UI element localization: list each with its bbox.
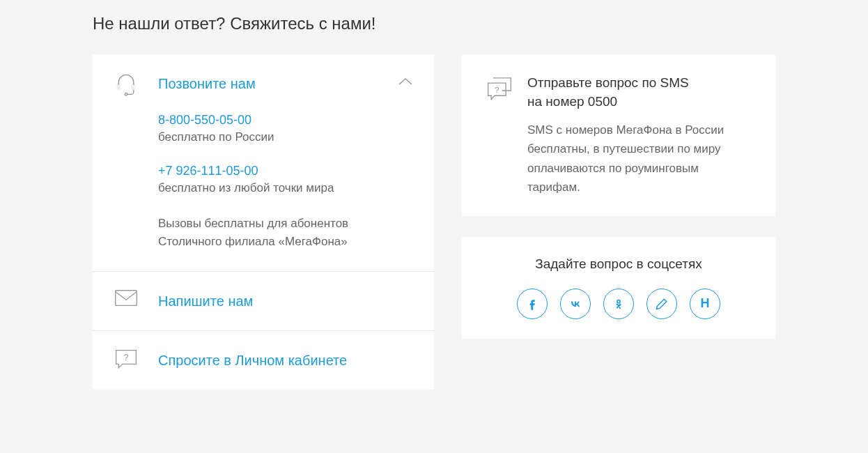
social-card: Задайте вопрос в соцсетях H [462, 237, 775, 339]
social-habr-icon[interactable]: H [690, 289, 720, 319]
social-vk-icon[interactable] [560, 289, 591, 319]
social-ok-icon[interactable] [603, 289, 634, 319]
sms-description: SMS с номеров МегаФона в России бесплатн… [527, 121, 752, 197]
sms-title-line2: на номер 0500 [527, 94, 617, 109]
accordion-body-call: 8-800-550-05-00 бесплатно по России +7 9… [93, 113, 434, 271]
contact-accordion: Позвоните нам 8-800-550-05-00 бесплатно … [93, 54, 434, 390]
accordion-header-write[interactable]: Напишите нам [93, 272, 434, 330]
svg-text:?: ? [495, 85, 499, 95]
page-title: Не нашли ответ? Свяжитесь с нами! [93, 14, 775, 33]
accordion-title-ask: Спросите в Личном кабинете [158, 353, 347, 369]
headset-icon [114, 71, 139, 96]
chat-question-icon: ? [114, 348, 139, 373]
phone-link-2[interactable]: +7 926-111-05-00 [158, 164, 413, 178]
phone-desc-1: бесплатно по России [158, 130, 413, 144]
svg-rect-0 [117, 84, 121, 90]
accordion-item-write: Напишите нам [93, 272, 434, 331]
phone-desc-2: бесплатно из любой точки мира [158, 181, 413, 195]
accordion-header-call[interactable]: Позвоните нам [93, 54, 434, 113]
social-pencil-icon[interactable] [646, 289, 677, 319]
envelope-icon [114, 289, 139, 314]
svg-text:?: ? [123, 353, 128, 362]
call-footnote: Вызовы бесплатны для абонентов Столичног… [158, 215, 413, 250]
svg-rect-3 [116, 291, 137, 306]
phone-link-1[interactable]: 8-800-550-05-00 [158, 113, 413, 128]
social-facebook-icon[interactable] [517, 289, 548, 319]
accordion-item-ask: ? Спросите в Личном кабинете [93, 331, 434, 390]
accordion-header-ask[interactable]: ? Спросите в Личном кабинете [93, 331, 434, 390]
svg-rect-1 [132, 84, 135, 90]
social-buttons-row: H [486, 289, 752, 319]
accordion-item-call: Позвоните нам 8-800-550-05-00 бесплатно … [93, 54, 434, 272]
sms-title-line1: Отправьте вопрос по SMS [527, 75, 689, 90]
sms-card: ? Отправьте вопрос по SMS на номер 0500 … [462, 54, 775, 216]
chevron-up-icon [398, 77, 413, 89]
sms-question-icon: ? [486, 77, 513, 105]
sms-title: Отправьте вопрос по SMS на номер 0500 [527, 74, 752, 111]
accordion-title-write: Напишите нам [158, 293, 253, 309]
svg-point-2 [125, 93, 127, 96]
social-title: Задайте вопрос в соцсетях [486, 256, 752, 272]
accordion-title-call: Позвоните нам [158, 76, 256, 92]
